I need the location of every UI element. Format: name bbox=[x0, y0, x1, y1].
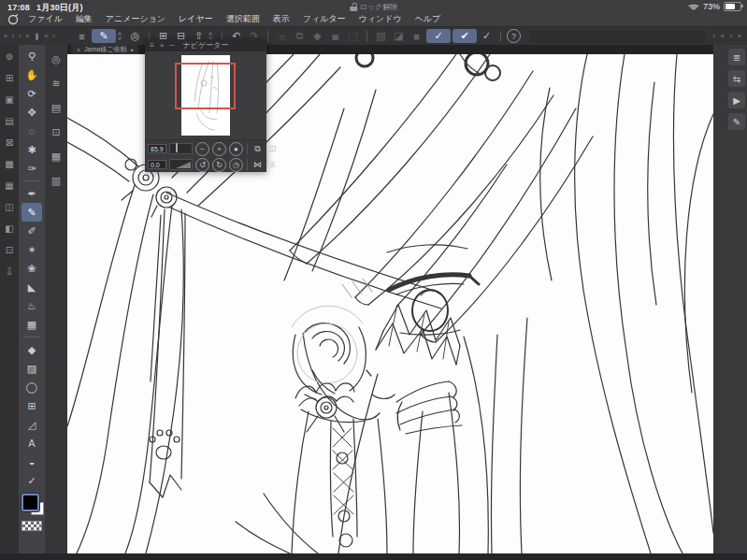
blend-tool[interactable]: ♨ bbox=[22, 296, 42, 315]
command-icon[interactable] bbox=[500, 31, 501, 42]
invert-selection-icon[interactable]: ◪ bbox=[391, 29, 407, 43]
tool[interactable] bbox=[23, 180, 40, 181]
zoom-reset-button[interactable]: ● bbox=[229, 142, 243, 156]
deselect-icon[interactable]: ▨ bbox=[373, 29, 389, 43]
duplicate-layer-icon[interactable]: ⧉ bbox=[292, 29, 308, 43]
rotate-left-button[interactable]: ↺ bbox=[195, 158, 209, 172]
collapse-arrow-icon[interactable]: ‹ bbox=[730, 33, 732, 39]
collapse-arrow-icon[interactable]: « bbox=[4, 33, 7, 39]
workspace-grid-panel-icon[interactable]: ⊞ bbox=[2, 70, 17, 85]
tab-close-icon[interactable]: × bbox=[77, 47, 80, 53]
collapse-arrow-icon[interactable]: « bbox=[26, 33, 30, 39]
collapse-arrow-icon[interactable]: ‹ bbox=[713, 33, 715, 39]
transform-icon[interactable]: ⬚ bbox=[345, 29, 361, 43]
navigator-title-bar[interactable]: ≡ × ─ ナビゲーター bbox=[145, 39, 266, 51]
sub-tool-icon[interactable]: ≋ bbox=[48, 75, 65, 92]
tool-property-icon[interactable]: ▤ bbox=[48, 99, 65, 116]
fill-tool[interactable]: ◆ bbox=[22, 340, 42, 359]
liquify-tool[interactable]: ▦ bbox=[22, 315, 42, 334]
color-set-icon[interactable]: ▦ bbox=[48, 148, 65, 165]
view-mode-icon[interactable]: ◎ bbox=[127, 29, 143, 43]
rotate-view-tool[interactable]: ⟳ bbox=[22, 84, 42, 103]
decoration-tool[interactable]: ❀ bbox=[22, 259, 42, 278]
zoom-image-icon[interactable]: ◙ bbox=[327, 29, 343, 43]
current-tool-button[interactable]: ✎ bbox=[92, 29, 116, 43]
layer-color-panel-icon[interactable]: ≣ bbox=[728, 49, 745, 65]
selection-fill-icon[interactable]: ■ bbox=[409, 29, 424, 43]
command-icon[interactable] bbox=[267, 31, 268, 42]
rotate-object-icon[interactable]: ◆ bbox=[309, 29, 325, 43]
reset-rotation-button[interactable]: ◷ bbox=[229, 158, 243, 172]
menu-window[interactable]: ウィンドウ bbox=[359, 13, 402, 25]
transparent-color-swatch[interactable] bbox=[22, 521, 42, 531]
menu-edit[interactable]: 編集 bbox=[76, 13, 93, 25]
flip-horizontal-icon[interactable]: ⋈ bbox=[251, 159, 264, 171]
material-panel-icon[interactable]: ▦ bbox=[2, 178, 17, 193]
rotation-value-field[interactable]: 0.0 bbox=[148, 160, 166, 169]
rotation-slider[interactable] bbox=[169, 159, 193, 170]
main-menu-icon[interactable]: ≡ bbox=[74, 29, 90, 43]
collapse-arrow-icon[interactable]: » bbox=[738, 33, 741, 39]
zoom-slider[interactable] bbox=[169, 143, 193, 154]
correct-line-tool[interactable]: ✓ bbox=[22, 471, 42, 490]
eyedropper-tool[interactable]: ✑ bbox=[22, 159, 42, 178]
canvas-tab[interactable]: × Jama様ご依頼 ● bbox=[71, 45, 138, 54]
airbrush-tool[interactable]: ✶ bbox=[22, 240, 42, 259]
command-icon[interactable] bbox=[366, 31, 367, 42]
collapse-arrow-icon[interactable]: ❚ bbox=[35, 33, 40, 40]
help-icon[interactable]: ? bbox=[507, 29, 521, 43]
brush-size-icon[interactable]: ⊡ bbox=[48, 123, 65, 140]
snap-to-special-ruler-icon[interactable]: ✔ bbox=[453, 29, 477, 43]
brush-tool[interactable]: ✐ bbox=[22, 222, 42, 240]
download-panel-icon[interactable]: ⇩ bbox=[2, 264, 17, 279]
foreground-color-swatch[interactable] bbox=[22, 494, 39, 511]
tool[interactable] bbox=[23, 337, 40, 337]
zoom-value-field[interactable]: 85.9 bbox=[148, 144, 166, 153]
frame-border-tool[interactable]: ⊞ bbox=[22, 396, 42, 415]
pencil-tool[interactable]: ✎ bbox=[22, 203, 42, 222]
zoom-tool[interactable]: ⚲ bbox=[22, 47, 42, 65]
menu-help[interactable]: ヘルプ bbox=[415, 13, 441, 25]
animation-panel-icon[interactable]: ▶ bbox=[728, 92, 745, 108]
csp-logo-icon[interactable] bbox=[7, 14, 19, 25]
menu-animation[interactable]: アニメーション bbox=[106, 13, 165, 25]
zoom-in-button[interactable]: + bbox=[212, 142, 226, 156]
collapse-arrow-icon[interactable]: ‹ bbox=[12, 33, 14, 39]
polyline-tool[interactable]: ◿ bbox=[22, 415, 42, 434]
reset-view-icon[interactable]: ⧖ bbox=[266, 159, 279, 171]
collapse-arrow-icon[interactable]: › bbox=[19, 33, 21, 39]
fit-to-window-icon[interactable]: ⊡ bbox=[266, 143, 279, 155]
menu-layer[interactable]: レイヤー bbox=[179, 13, 213, 25]
layer-edit-panel-icon[interactable]: ✎ bbox=[728, 113, 745, 130]
magnifier-panel-icon[interactable]: ⊚ bbox=[2, 49, 17, 64]
menu-file[interactable]: ファイル bbox=[28, 13, 63, 25]
eraser-tool[interactable]: ◣ bbox=[22, 278, 42, 296]
collapse-arrow-icon[interactable]: « bbox=[44, 33, 48, 39]
menu-selection[interactable]: 選択範囲 bbox=[226, 13, 260, 25]
text-tool[interactable]: A bbox=[22, 434, 42, 452]
figure-tool[interactable]: ◯ bbox=[22, 378, 42, 396]
menu-filter[interactable]: フィルター bbox=[303, 13, 346, 25]
page-panel-icon[interactable]: ▣ bbox=[2, 92, 17, 107]
tool-switch-chevrons[interactable]: ˄˅ bbox=[118, 29, 125, 43]
edit-panel-icon[interactable]: ◧ bbox=[2, 221, 17, 236]
navigator-view-frame[interactable] bbox=[175, 63, 236, 109]
timeline-panel-icon[interactable]: ⇆ bbox=[728, 70, 745, 87]
snap-to-ruler-icon[interactable]: ✓ bbox=[426, 29, 451, 43]
tone-panel-icon[interactable]: ▩ bbox=[2, 156, 17, 171]
collapse-arrow-icon[interactable]: » bbox=[721, 33, 725, 39]
list-panel-icon[interactable]: ▤ bbox=[2, 113, 17, 128]
quick-access-icon[interactable]: ◎ bbox=[48, 50, 65, 67]
balloon-tool[interactable]: ◒ bbox=[22, 452, 42, 471]
menu-view[interactable]: 表示 bbox=[273, 13, 290, 25]
navigator-menu-icon[interactable]: ≡ bbox=[150, 39, 154, 51]
fit-to-screen-icon[interactable]: ⧉ bbox=[251, 143, 264, 155]
hand-tool[interactable]: ✋ bbox=[22, 65, 42, 84]
frame-panel-icon[interactable]: ◫ bbox=[2, 199, 17, 214]
move-tool[interactable]: ✥ bbox=[22, 103, 42, 122]
gradient-tool[interactable]: ▨ bbox=[22, 359, 42, 378]
collapse-arrow-icon[interactable]: › bbox=[52, 33, 54, 39]
zoom-out-button[interactable]: − bbox=[195, 142, 209, 156]
brightness-icon[interactable]: ☼ bbox=[274, 29, 290, 43]
close-box-panel-icon[interactable]: ⊠ bbox=[2, 135, 17, 150]
